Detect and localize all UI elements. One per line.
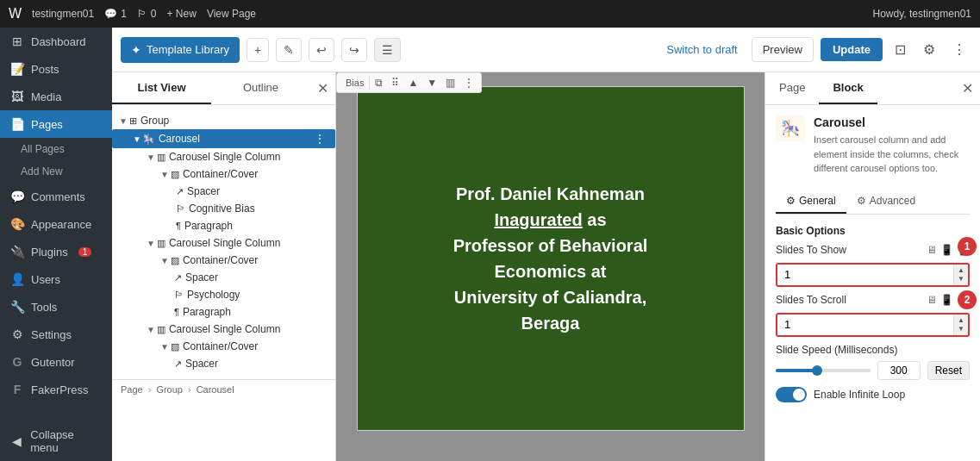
flag-count[interactable]: 🏳 0 <box>137 8 157 20</box>
more-options-button[interactable]: ⋮ <box>947 38 971 61</box>
tree-item-carousel-col-2[interactable]: ▼ ▥ Carousel Single Column <box>112 234 335 252</box>
settings-icon: ⚙ <box>10 327 24 341</box>
sidebar-item-comments[interactable]: 💬 Comments <box>0 183 112 210</box>
preview-button[interactable]: Preview <box>752 37 814 62</box>
add-block-button[interactable]: + <box>247 38 269 62</box>
tree-item-container-1[interactable]: ▼ ▨ Container/Cover <box>112 165 335 183</box>
update-button[interactable]: Update <box>821 38 883 61</box>
slide-speed-reset-button[interactable]: Reset <box>927 361 970 380</box>
sidebar-item-gutentor[interactable]: G Gutentor <box>0 348 112 376</box>
sidebar-item-all-pages[interactable]: All Pages <box>0 138 112 160</box>
tools-button[interactable]: ✎ <box>276 38 302 62</box>
view-toggle-button[interactable]: ⊡ <box>889 38 911 61</box>
canvas-up-button[interactable]: ▲ <box>404 75 421 90</box>
pages-icon: 📄 <box>10 117 24 131</box>
switch-draft-button[interactable]: Switch to draft <box>659 38 744 61</box>
col3-arrow-icon: ▼ <box>147 325 155 334</box>
template-library-button[interactable]: ✦ Template Library <box>121 37 240 63</box>
tree-item-carousel[interactable]: ▼ 🎠 Carousel ⋮ <box>112 129 335 148</box>
sidebar: ⊞ Dashboard 📝 Posts 🖼 Media 📄 Pages All … <box>0 28 112 461</box>
tab-block[interactable]: Block <box>819 72 877 104</box>
redo-button[interactable]: ↪ <box>341 38 367 62</box>
block-tree: ▼ ⊞ Group ▼ 🎠 Carousel ⋮ <box>112 105 335 379</box>
undo-button[interactable]: ↩ <box>309 38 334 62</box>
tree-item-psychology[interactable]: 🏳 Psychology <box>112 286 335 303</box>
settings-gear-button[interactable]: ⚙ <box>918 38 940 61</box>
panel-close-button[interactable]: ✕ <box>310 73 335 103</box>
canvas-down-button[interactable]: ▼ <box>423 75 440 90</box>
tree-item-group[interactable]: ▼ ⊞ Group <box>112 112 335 129</box>
carousel-more-button[interactable]: ⋮ <box>311 132 328 146</box>
slider-thumb[interactable] <box>812 365 822 376</box>
breadcrumb-carousel[interactable]: Carousel <box>197 384 234 395</box>
psychology-block-icon: 🏳 <box>174 290 184 300</box>
badge-2: 2 <box>958 290 977 309</box>
tree-item-spacer-2[interactable]: ↗ Spacer <box>112 269 335 286</box>
tab-outline[interactable]: Outline <box>211 72 310 104</box>
badge-1: 1 <box>958 237 977 256</box>
scroll-tablet-icon[interactable]: 📱 <box>940 294 953 306</box>
block-info-text: Carousel Insert carousel column and add … <box>814 115 970 176</box>
slides-to-show-arrow-btn[interactable]: ▲ ▼ <box>953 265 968 285</box>
editor-area: ✦ Template Library + ✎ ↩ ↪ ☰ Switch to d… <box>112 28 980 461</box>
comment-icon: 💬 <box>104 8 117 20</box>
panel-tabs-general: ⚙ General ⚙ Advanced <box>776 190 970 215</box>
sidebar-item-fakerpress[interactable]: F FakerPress <box>0 376 112 403</box>
sidebar-item-appearance[interactable]: 🎨 Appearance <box>0 210 112 238</box>
block-info-title: Carousel <box>814 115 970 129</box>
tab-advanced[interactable]: ⚙ Advanced <box>846 190 926 214</box>
wp-logo-icon: W <box>9 6 22 22</box>
sidebar-item-users[interactable]: 👤 Users <box>0 265 112 293</box>
breadcrumb-page[interactable]: Page <box>121 384 143 395</box>
tree-item-paragraph-2[interactable]: ¶ Paragraph <box>112 303 335 321</box>
tree-item-spacer-3[interactable]: ↗ Spacer <box>112 355 335 372</box>
tablet-icon[interactable]: 📱 <box>940 244 953 256</box>
canvas-duplicate-button[interactable]: ⧉ <box>371 75 386 90</box>
tab-general[interactable]: ⚙ General <box>776 190 846 214</box>
new-button[interactable]: + New <box>167 8 197 20</box>
sidebar-item-tools[interactable]: 🔧 Tools <box>0 293 112 321</box>
cogbias-block-icon: 🏳 <box>176 203 185 214</box>
sidebar-item-add-new[interactable]: Add New <box>0 160 112 183</box>
sidebar-item-media[interactable]: 🖼 Media <box>0 83 112 110</box>
site-name[interactable]: testingmen01 <box>32 8 94 20</box>
collapse-icon: ◀ <box>10 434 23 448</box>
slides-to-show-input[interactable] <box>777 265 953 285</box>
tree-item-carousel-col-3[interactable]: ▼ ▥ Carousel Single Column <box>112 321 335 338</box>
scroll-arrow-down-icon: ▼ <box>958 325 964 333</box>
scroll-desktop-icon[interactable]: 🖥 <box>927 294 937 306</box>
canvas-align-button[interactable]: ▥ <box>442 75 459 90</box>
sidebar-item-pages[interactable]: 📄 Pages <box>0 110 112 138</box>
right-panel-close-button[interactable]: ✕ <box>955 73 980 103</box>
canvas-more-button[interactable]: ⋮ <box>460 75 478 90</box>
slide-speed-slider-track[interactable] <box>776 369 871 372</box>
tree-item-container-2[interactable]: ▼ ▨ Container/Cover <box>112 252 335 269</box>
tree-item-cognitive-bias[interactable]: 🏳 Cognitive Bias <box>112 200 335 217</box>
slide-speed-label: Slide Speed (Milliseconds) <box>776 344 970 356</box>
breadcrumb-group[interactable]: Group <box>156 384 183 395</box>
block-info: 🎠 Carousel Insert carousel column and ad… <box>776 115 970 176</box>
sidebar-item-posts[interactable]: 📝 Posts <box>0 55 112 83</box>
sidebar-item-settings[interactable]: ⚙ Settings <box>0 321 112 348</box>
slides-to-scroll-arrow-btn[interactable]: ▲ ▼ <box>953 315 968 335</box>
view-page-link[interactable]: View Page <box>207 8 256 20</box>
infinite-loop-toggle[interactable] <box>776 387 807 402</box>
sidebar-item-dashboard[interactable]: ⊞ Dashboard <box>0 28 112 55</box>
list-view-button[interactable]: ☰ <box>374 38 401 62</box>
sidebar-item-plugins[interactable]: 🔌 Plugins 1 <box>0 238 112 265</box>
comment-count[interactable]: 💬 1 <box>104 8 127 20</box>
tree-item-carousel-col-1[interactable]: ▼ ▥ Carousel Single Column <box>112 148 335 165</box>
tree-item-container-3[interactable]: ▼ ▨ Container/Cover <box>112 338 335 355</box>
canvas-frame: Prof. Daniel Kahneman Inagurated as Prof… <box>357 86 745 431</box>
tab-page[interactable]: Page <box>765 72 819 104</box>
canvas-move-button[interactable]: ⠿ <box>388 75 403 90</box>
block-list-panel: List View Outline ✕ ▼ ⊞ Group ▼ <box>112 72 336 461</box>
desktop-icon[interactable]: 🖥 <box>927 244 937 256</box>
tree-item-spacer-1[interactable]: ↗ Spacer <box>112 183 335 200</box>
slide-speed-input[interactable] <box>877 361 921 380</box>
canvas-main-text: Prof. Daniel Kahneman Inagurated as Prof… <box>453 181 648 336</box>
tree-item-paragraph-1[interactable]: ¶ Paragraph <box>112 217 335 234</box>
slides-to-scroll-input[interactable] <box>777 315 953 335</box>
tab-list-view[interactable]: List View <box>112 72 211 104</box>
collapse-menu-button[interactable]: ◀ Collapse menu <box>0 421 112 461</box>
